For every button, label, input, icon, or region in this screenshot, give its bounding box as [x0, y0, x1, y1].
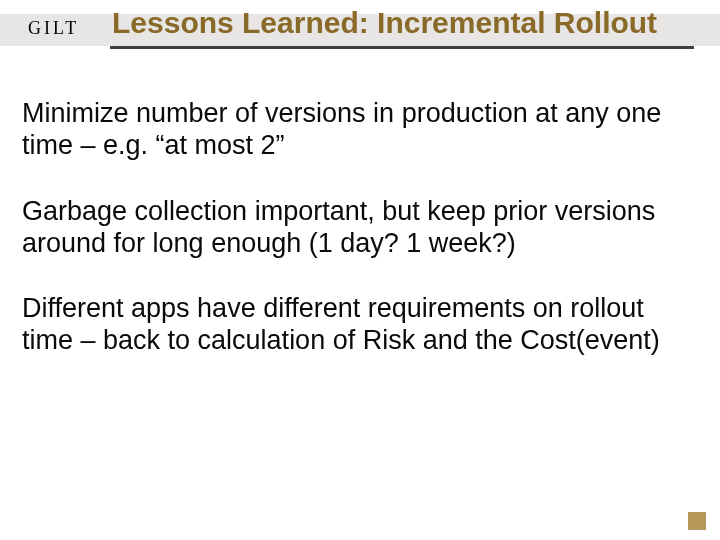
logo: GILT — [28, 18, 79, 39]
slide-title: Lessons Learned: Incremental Rollout — [112, 6, 657, 40]
footer-accent-icon — [688, 512, 706, 530]
body-paragraph: Different apps have different requiremen… — [22, 293, 698, 357]
body-paragraph: Minimize number of versions in productio… — [22, 98, 698, 162]
slide-body: Minimize number of versions in productio… — [22, 98, 698, 391]
header-rule — [110, 46, 694, 49]
body-paragraph: Garbage collection important, but keep p… — [22, 196, 698, 260]
